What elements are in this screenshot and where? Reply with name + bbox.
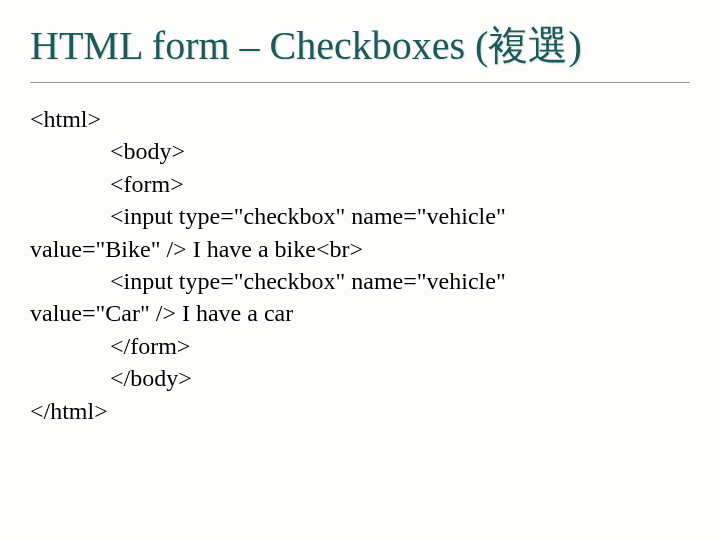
code-line: </body> [30,362,690,394]
code-segment: <input type="checkbox" name="vehicle" [30,200,690,232]
code-block: <html> <body> <form> <input type="checkb… [30,103,690,427]
code-line: <form> [30,168,690,200]
code-segment: <input type="checkbox" name="vehicle" [30,265,690,297]
code-line: <html> [30,103,690,135]
title-underline [30,82,690,83]
code-line-wrapped: <input type="checkbox" name="vehicle" va… [30,200,690,265]
code-segment: value="Bike" /> I have a bike<br> [30,233,690,265]
code-line: <body> [30,135,690,167]
code-line: </form> [30,330,690,362]
code-line: </html> [30,395,690,427]
slide-title: HTML form – Checkboxes (複選) [30,20,690,72]
code-segment: value="Car" /> I have a car [30,297,690,329]
code-line-wrapped: <input type="checkbox" name="vehicle" va… [30,265,690,330]
